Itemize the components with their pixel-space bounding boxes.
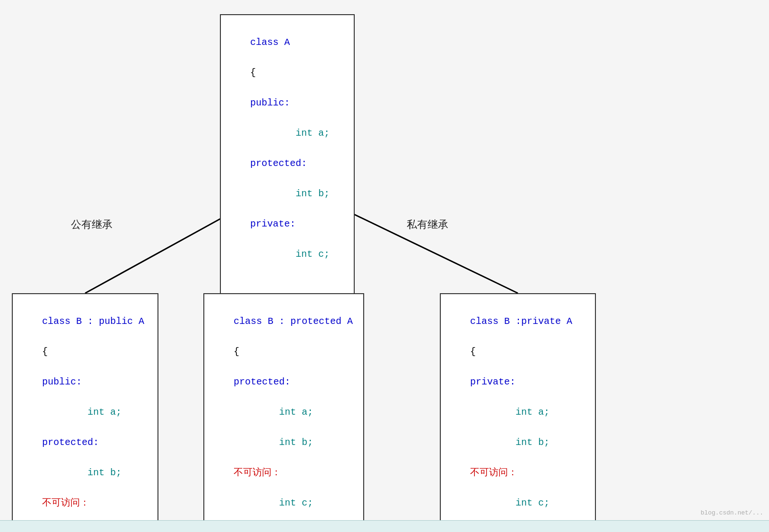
label-private-inherit: 私有继承 xyxy=(407,218,448,232)
class-b-private-box: class B :private A { private: int a; int… xyxy=(440,293,596,532)
label-public-inherit: 公有继承 xyxy=(71,218,113,232)
class-a-keyword: class A xyxy=(250,37,290,48)
class-b-protected-box: class B : protected A { protected: int a… xyxy=(203,293,364,532)
class-b-public-box: class B : public A { public: int a; prot… xyxy=(12,293,158,532)
diagram-container: 公有继承 保护继承 私有继承 class A { public: int a; … xyxy=(0,0,769,520)
watermark: blog.csdn.net/... xyxy=(700,509,763,516)
bottom-bar xyxy=(0,520,769,532)
